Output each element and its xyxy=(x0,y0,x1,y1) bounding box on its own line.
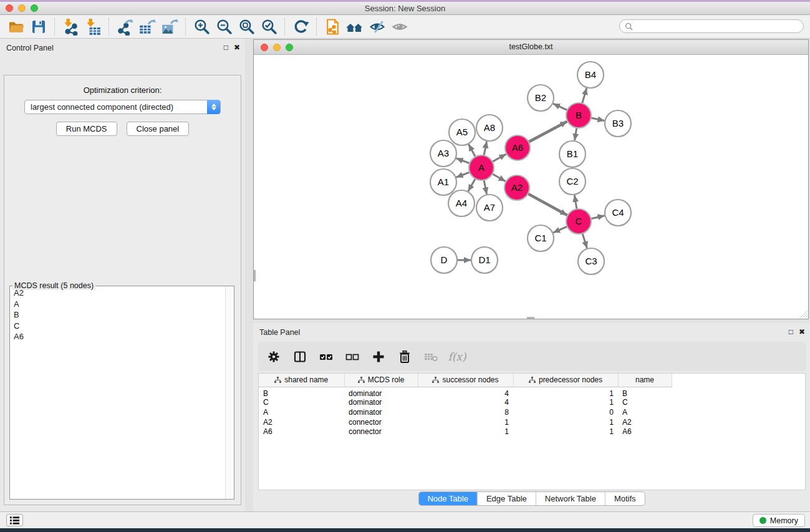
show-graphics-details-button[interactable] xyxy=(388,17,411,37)
window-resize-grip[interactable] xyxy=(799,310,808,318)
zoom-selected-button[interactable] xyxy=(258,17,280,37)
edge-B-B2[interactable] xyxy=(553,104,567,110)
table-cell: A2 xyxy=(259,417,344,427)
search-icon xyxy=(625,22,633,31)
home-button[interactable] xyxy=(344,17,366,37)
network-graph: B4B2BB3A8A5A6A3B1AC2A1A2A4A7C4CC1DC3D1 xyxy=(254,55,808,319)
open-folder-icon xyxy=(7,19,25,35)
edge-A6-B[interactable] xyxy=(529,122,567,142)
import-table-icon xyxy=(84,18,102,36)
edge-B-B4[interactable] xyxy=(582,88,587,104)
apply-layout-button[interactable] xyxy=(289,17,312,37)
canvas-vertical-scroll-hint[interactable] xyxy=(254,270,256,281)
table-row[interactable]: A6connector11A6 xyxy=(259,427,672,437)
edge-B-B1[interactable] xyxy=(575,128,577,141)
export-image-icon xyxy=(160,18,179,36)
network-canvas[interactable]: B4B2BB3A8A5A6A3B1AC2A1A2A4A7C4CC1DC3D1 xyxy=(254,55,808,319)
table-row[interactable]: A2connector11A2 xyxy=(259,417,672,427)
search-box[interactable] xyxy=(619,19,804,33)
float-panel-icon[interactable]: □ xyxy=(789,327,793,336)
table-cell: 4 xyxy=(418,387,513,398)
eye-pen-icon xyxy=(369,19,386,35)
network-document-button[interactable] xyxy=(321,17,344,37)
select-all-button[interactable] xyxy=(318,349,334,365)
edge-A-A8[interactable] xyxy=(484,142,487,156)
delete-column-button[interactable] xyxy=(397,349,413,365)
unselect-all-button[interactable] xyxy=(344,349,360,365)
edge-C-C1[interactable] xyxy=(553,226,567,233)
node-label-C: C xyxy=(576,216,582,226)
mcds-result-item[interactable]: A2 xyxy=(11,288,224,299)
search-input[interactable] xyxy=(636,22,798,31)
import-table-button[interactable] xyxy=(82,17,104,37)
memory-button[interactable]: Memory xyxy=(753,514,805,527)
tab-node-table[interactable]: Node Table xyxy=(418,492,477,505)
edge-A-A5[interactable] xyxy=(469,144,476,157)
node-label-C2: C2 xyxy=(566,176,578,186)
close-panel-icon[interactable]: ✖ xyxy=(799,327,805,336)
criterion-dropdown[interactable]: largest connected component (directed) xyxy=(24,100,221,114)
add-column-button[interactable] xyxy=(370,349,387,365)
network-window-titlebar[interactable]: testGlobe.txt xyxy=(254,40,808,55)
close-panel-button[interactable]: Close panel xyxy=(127,122,190,136)
zoom-out-button[interactable] xyxy=(213,17,235,37)
open-file-button[interactable] xyxy=(5,17,27,37)
task-history-button[interactable] xyxy=(6,514,23,526)
export-table-button[interactable] xyxy=(136,17,158,37)
tab-network-table[interactable]: Network Table xyxy=(536,492,605,505)
edge-A-A3[interactable] xyxy=(456,158,470,163)
table-settings-button[interactable] xyxy=(266,349,282,365)
node-label-C3: C3 xyxy=(585,256,597,266)
table-row[interactable]: Cdominator41C xyxy=(259,398,672,408)
criterion-value: largest connected component (directed) xyxy=(31,102,173,112)
canvas-horizontal-scroll-hint[interactable] xyxy=(527,317,534,319)
edge-C-C4[interactable] xyxy=(591,216,605,219)
mcds-tab-content: Optimization criterion: largest connecte… xyxy=(4,75,241,505)
column-header-MCDS-role[interactable]: MCDS role xyxy=(344,374,418,387)
zoom-fit-button[interactable] xyxy=(235,17,258,37)
table-cell: 1 xyxy=(513,387,618,398)
table-row[interactable]: Adominator80A xyxy=(259,407,672,417)
optimization-criterion-label: Optimization criterion: xyxy=(4,85,241,95)
export-network-button[interactable] xyxy=(113,17,136,37)
edge-C-C3[interactable] xyxy=(582,233,587,248)
node-label-B4: B4 xyxy=(585,69,596,80)
node-label-A8: A8 xyxy=(484,122,495,133)
export-image-button[interactable] xyxy=(158,17,181,37)
column-header-successor-nodes[interactable]: successor nodes xyxy=(418,374,513,387)
table-header-row: shared nameMCDS rolesuccessor nodesprede… xyxy=(259,374,672,387)
column-header-name[interactable]: name xyxy=(618,374,672,387)
mcds-result-item[interactable]: C xyxy=(11,321,224,332)
column-header-shared-name[interactable]: shared name xyxy=(259,374,344,387)
control-panel-title: Control Panel xyxy=(6,44,54,52)
mcds-result-item[interactable]: A xyxy=(11,299,224,310)
table-cell: A6 xyxy=(259,427,344,437)
run-mcds-button[interactable]: Run MCDS xyxy=(56,122,117,136)
mcds-result-groupbox: MCDS result (5 nodes) A2ABCA6 xyxy=(9,286,234,500)
mcds-result-item[interactable]: B xyxy=(11,309,224,321)
delete-table-button[interactable] xyxy=(423,349,439,365)
zoom-in-button[interactable] xyxy=(190,17,213,37)
edge-A-A4[interactable] xyxy=(468,178,475,191)
edge-B-B3[interactable] xyxy=(591,118,605,121)
show-columns-button[interactable] xyxy=(292,349,308,365)
edge-A-A7[interactable] xyxy=(484,180,487,195)
float-panel-icon[interactable]: □ xyxy=(224,43,228,52)
save-session-button[interactable] xyxy=(27,17,50,37)
import-network-button[interactable] xyxy=(59,17,82,37)
tab-edge-table[interactable]: Edge Table xyxy=(477,492,536,505)
edge-A2-C[interactable] xyxy=(528,194,567,215)
edge-A-A6[interactable] xyxy=(493,154,506,162)
edge-C-C2[interactable] xyxy=(574,195,577,210)
column-header-predecessor-nodes[interactable]: predecessor nodes xyxy=(513,374,618,387)
hide-graphics-details-button[interactable] xyxy=(366,17,388,37)
function-builder-button[interactable]: f(x) xyxy=(449,349,465,365)
mcds-result-scrollbar[interactable] xyxy=(225,286,234,499)
edge-A-A2[interactable] xyxy=(492,174,505,181)
edge-A-A1[interactable] xyxy=(456,172,470,177)
tab-motifs[interactable]: Motifs xyxy=(605,492,645,505)
close-panel-icon[interactable]: ✖ xyxy=(234,43,240,52)
mcds-result-item[interactable]: A6 xyxy=(11,331,224,342)
table-cell: 1 xyxy=(513,417,618,427)
table-row[interactable]: Bdominator41B xyxy=(259,387,672,398)
